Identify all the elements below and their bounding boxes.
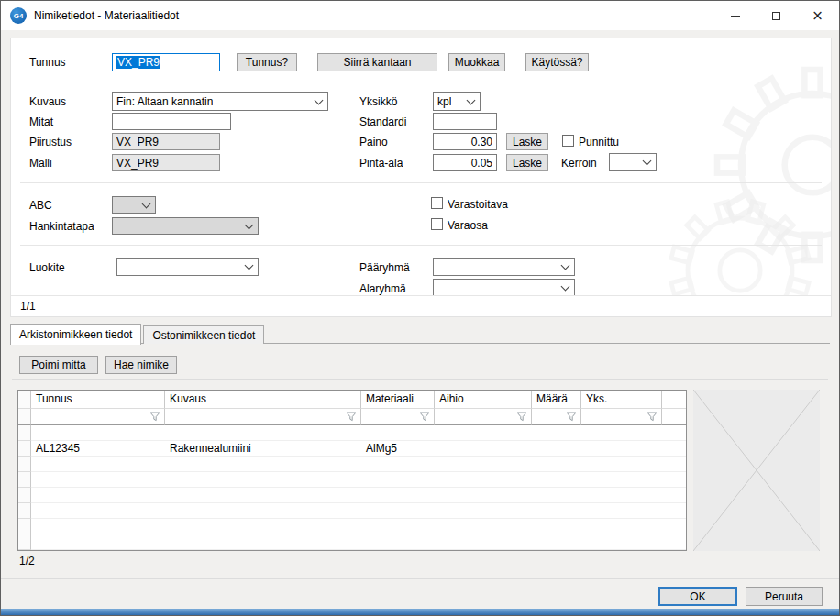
grid-cell[interactable]: [532, 519, 581, 534]
grid-cell[interactable]: [581, 456, 662, 472]
poimi-mitta-button[interactable]: Poimi mitta: [19, 356, 98, 374]
grid-cell[interactable]: [435, 488, 532, 503]
muokkaa-button[interactable]: Muokkaa: [448, 53, 505, 72]
pinta-ala-input[interactable]: [433, 154, 497, 171]
grid-cell[interactable]: [31, 456, 165, 472]
grid-row-header[interactable]: [18, 534, 31, 550]
grid-cell[interactable]: [435, 472, 532, 488]
grid-cell[interactable]: [361, 425, 435, 441]
hae-nimike-button[interactable]: Hae nimike: [105, 356, 177, 374]
grid-cell[interactable]: [31, 519, 165, 534]
grid-cell[interactable]: [435, 441, 532, 456]
grid-row-header[interactable]: [18, 503, 31, 519]
grid-cell[interactable]: [361, 503, 435, 519]
grid-row-header[interactable]: [18, 488, 31, 503]
paino-input[interactable]: [433, 133, 497, 150]
malli-field[interactable]: VX_PR9: [112, 154, 220, 171]
grid-cell[interactable]: [361, 519, 435, 534]
luokite-combobox[interactable]: [116, 258, 259, 276]
grid-cell[interactable]: [532, 488, 581, 503]
grid-column-filter[interactable]: [31, 409, 165, 425]
grid-cell[interactable]: [165, 456, 361, 472]
laske-paino-button[interactable]: Laske: [506, 133, 548, 150]
minimize-button[interactable]: [714, 2, 756, 29]
grid-cell[interactable]: [165, 425, 361, 441]
grid-cell[interactable]: AlMg5: [361, 441, 435, 456]
grid-cell[interactable]: [165, 503, 361, 519]
grid-row-header[interactable]: [18, 519, 31, 534]
kuvaus-combobox[interactable]: Fin: Altaan kannatin: [112, 92, 328, 111]
grid-cell[interactable]: [361, 488, 435, 503]
abc-combobox[interactable]: [112, 196, 156, 214]
grid-column-filter[interactable]: [532, 409, 581, 425]
grid-cell[interactable]: [581, 472, 662, 488]
grid-cell[interactable]: [165, 534, 361, 550]
kaytossa-button[interactable]: Käytössä?: [525, 53, 589, 72]
siirra-kantaan-button[interactable]: Siirrä kantaan: [317, 53, 437, 72]
grid-column-header[interactable]: Aihio: [435, 390, 532, 409]
grid-cell[interactable]: [31, 472, 165, 488]
grid-row-header[interactable]: [18, 456, 31, 472]
paaryhma-combobox[interactable]: [433, 258, 575, 276]
varastoitava-checkbox[interactable]: [431, 197, 443, 209]
grid-column-header[interactable]: Tunnus: [31, 390, 165, 409]
close-button[interactable]: ×: [797, 2, 838, 29]
grid-column-header[interactable]: Kuvaus: [165, 390, 361, 409]
grid-cell[interactable]: [31, 425, 165, 441]
mitat-input[interactable]: [112, 113, 231, 130]
grid-cell[interactable]: AL12345: [31, 441, 165, 456]
grid-column-filter[interactable]: [165, 409, 361, 425]
grid-cell[interactable]: [532, 456, 581, 472]
standardi-input[interactable]: [433, 113, 497, 130]
grid-cell[interactable]: [165, 472, 361, 488]
grid-column-filter[interactable]: [435, 409, 532, 425]
grid-cell[interactable]: [581, 519, 662, 534]
grid-row-header[interactable]: [18, 425, 31, 441]
tab-arkistonimikkeen-tiedot[interactable]: Arkistonimikkeen tiedot: [10, 324, 141, 345]
alaryhma-combobox[interactable]: [433, 279, 575, 297]
grid-cell[interactable]: [581, 503, 662, 519]
grid-cell[interactable]: [361, 456, 435, 472]
grid-cell[interactable]: [31, 503, 165, 519]
grid-cell[interactable]: [532, 534, 581, 550]
grid-row-header[interactable]: [18, 472, 31, 488]
grid-cell[interactable]: [31, 488, 165, 503]
punnittu-checkbox[interactable]: [562, 135, 574, 147]
grid-cell[interactable]: [361, 472, 435, 488]
hankintatapa-combobox[interactable]: [112, 217, 259, 235]
grid-cell[interactable]: [532, 472, 581, 488]
piirustus-field[interactable]: VX_PR9: [112, 133, 220, 150]
grid-cell[interactable]: [435, 456, 532, 472]
grid-column-header[interactable]: Määrä: [532, 390, 581, 409]
grid-cell[interactable]: [532, 441, 581, 456]
grid-cell[interactable]: [165, 488, 361, 503]
grid-cell[interactable]: [532, 503, 581, 519]
grid-cell[interactable]: [581, 534, 662, 550]
kerroin-combobox[interactable]: [609, 153, 657, 171]
grid-cell[interactable]: [581, 488, 662, 503]
grid-cell[interactable]: [581, 441, 662, 456]
grid-cell[interactable]: [361, 534, 435, 550]
grid-column-filter[interactable]: [581, 409, 662, 425]
maximize-button[interactable]: [756, 2, 797, 29]
grid-cell[interactable]: [581, 425, 662, 441]
tunnus-input[interactable]: VX_PR9: [112, 53, 220, 72]
grid-cell[interactable]: [165, 519, 361, 534]
grid-column-header[interactable]: Materiaali: [361, 390, 435, 409]
ok-button[interactable]: OK: [658, 587, 737, 606]
yksikko-combobox[interactable]: kpl: [433, 92, 481, 111]
grid-cell[interactable]: [532, 425, 581, 441]
grid-column-header[interactable]: Yks.: [581, 390, 662, 409]
grid-cell[interactable]: [435, 534, 532, 550]
tunnus-lookup-button[interactable]: Tunnus?: [237, 53, 297, 72]
cancel-button[interactable]: Peruuta: [746, 587, 823, 606]
grid-cell[interactable]: [31, 534, 165, 550]
grid-column-filter[interactable]: [361, 409, 435, 425]
grid-cell[interactable]: Rakennealumiini: [165, 441, 361, 456]
varaosa-checkbox[interactable]: [431, 218, 443, 230]
grid-cell[interactable]: [435, 519, 532, 534]
grid-cell[interactable]: [435, 503, 532, 519]
tab-ostonimikkeen-tiedot[interactable]: Ostonimikkeen tiedot: [143, 325, 264, 344]
grid-cell[interactable]: [435, 425, 532, 441]
grid-row-header[interactable]: [18, 441, 31, 456]
